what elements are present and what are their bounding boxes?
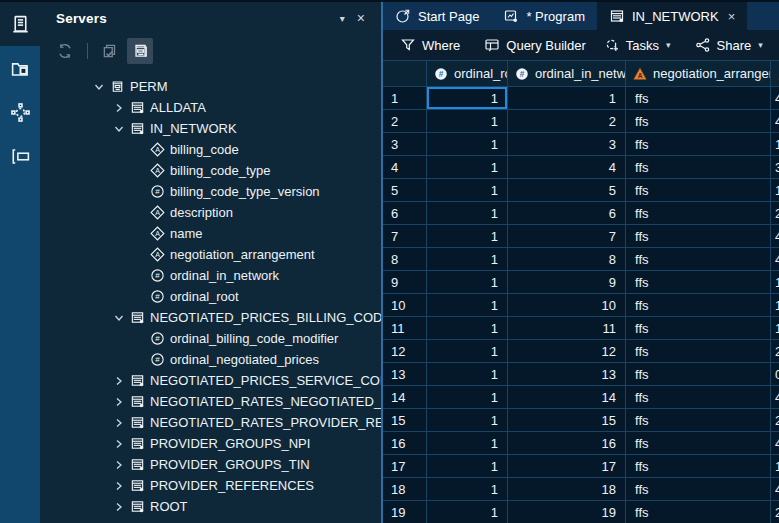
row-number-cell[interactable]: 7	[383, 225, 427, 248]
cell-ordinal-in-network[interactable]: 6	[508, 202, 626, 225]
cell-ordinal-in-network[interactable]: 15	[508, 409, 626, 432]
row-number-cell[interactable]: 15	[383, 409, 427, 432]
row-number-cell[interactable]: 12	[383, 340, 427, 363]
cell-negotiation-arrangement[interactable]: ffs	[626, 363, 771, 386]
tab-in-network[interactable]: IN_NETWORK×	[597, 2, 747, 30]
cell-ordinal-root[interactable]: 1	[427, 133, 508, 156]
cell-ordinal-root[interactable]: 1	[427, 225, 508, 248]
cell-ordinal-root[interactable]: 1	[427, 409, 508, 432]
row-number-cell[interactable]: 13	[383, 363, 427, 386]
cell-ordinal-root[interactable]: 1	[427, 110, 508, 133]
tab-close-icon[interactable]: ×	[728, 10, 736, 23]
tree-item-perm[interactable]: PERM	[40, 76, 381, 97]
rail-item-program[interactable]	[0, 134, 40, 178]
cell-ordinal-in-network[interactable]: 4	[508, 156, 626, 179]
cell-negotiation-arrangement[interactable]: ffs	[626, 317, 771, 340]
column-header-clipped[interactable]: A	[771, 61, 779, 87]
tab-start-page[interactable]: Start Page	[383, 2, 491, 30]
row-number-cell[interactable]: 8	[383, 248, 427, 271]
cell-ordinal-root[interactable]: 1	[427, 386, 508, 409]
tasks-button[interactable]: Tasks▾	[595, 33, 680, 57]
chevron-down-icon[interactable]	[110, 313, 127, 323]
tree-item-provider-groups-tin[interactable]: PROVIDER_GROUPS_TIN	[40, 454, 381, 475]
tree-item-alldata[interactable]: ALLDATA	[40, 97, 381, 118]
cell-negotiation-arrangement[interactable]: ffs	[626, 294, 771, 317]
cell-ordinal-root[interactable]: 1	[427, 179, 508, 202]
tree-item-negotiation-arrangement[interactable]: Anegotiation_arrangement	[40, 244, 381, 265]
column-header-negotiation-arrangement[interactable]: Anegotiation_arrangement	[626, 61, 771, 87]
tree-item-negotiated-prices-billing-code[interactable]: NEGOTIATED_PRICES_BILLING_CODE	[40, 307, 381, 328]
cell-negotiation-arrangement[interactable]: ffs	[626, 409, 771, 432]
cell-ordinal-in-network[interactable]: 7	[508, 225, 626, 248]
cell-negotiation-arrangement[interactable]: ffs	[626, 248, 771, 271]
cell-ordinal-in-network[interactable]: 11	[508, 317, 626, 340]
cell-negotiation-arrangement[interactable]: ffs	[626, 340, 771, 363]
tree-item-negotiated-prices-service-code[interactable]: NEGOTIATED_PRICES_SERVICE_CODE	[40, 370, 381, 391]
row-number-cell[interactable]: 14	[383, 386, 427, 409]
chevron-right-icon[interactable]	[110, 397, 127, 407]
cell-negotiation-arrangement[interactable]: ffs	[626, 455, 771, 478]
tree-item-provider-groups-npi[interactable]: PROVIDER_GROUPS_NPI	[40, 433, 381, 454]
tree-item-root[interactable]: ROOT	[40, 496, 381, 517]
tree-item-negotiated-rates-negotiated-pr[interactable]: NEGOTIATED_RATES_NEGOTIATED_PR	[40, 391, 381, 412]
chevron-right-icon[interactable]	[110, 418, 127, 428]
cell-ordinal-in-network[interactable]: 14	[508, 386, 626, 409]
row-number-cell[interactable]: 9	[383, 271, 427, 294]
row-number-cell[interactable]: 10	[383, 294, 427, 317]
chevron-right-icon[interactable]	[110, 460, 127, 470]
chevron-right-icon[interactable]	[110, 103, 127, 113]
tree-item-in-network[interactable]: IN_NETWORK	[40, 118, 381, 139]
cell-ordinal-in-network[interactable]: 8	[508, 248, 626, 271]
cell-ordinal-root[interactable]: 1	[427, 317, 508, 340]
tree-item-negotiated-rates-provider-refe[interactable]: NEGOTIATED_RATES_PROVIDER_REFE	[40, 412, 381, 433]
cell-ordinal-root[interactable]: 1	[427, 87, 508, 110]
cell-ordinal-root[interactable]: 1	[427, 271, 508, 294]
grid-corner-cell[interactable]	[383, 61, 427, 87]
row-number-cell[interactable]: 19	[383, 501, 427, 523]
row-number-cell[interactable]: 16	[383, 432, 427, 455]
cell-negotiation-arrangement[interactable]: ffs	[626, 432, 771, 455]
row-number-cell[interactable]: 3	[383, 133, 427, 156]
cell-ordinal-in-network[interactable]: 2	[508, 110, 626, 133]
cell-negotiation-arrangement[interactable]: ffs	[626, 133, 771, 156]
where-button[interactable]: Where	[391, 33, 469, 57]
tree-item-ordinal-billing-code-modifier[interactable]: #ordinal_billing_code_modifier	[40, 328, 381, 349]
tab-program[interactable]: * Program	[491, 2, 597, 30]
cell-ordinal-root[interactable]: 1	[427, 363, 508, 386]
panel-menu-caret-icon[interactable]: ▾	[332, 11, 353, 26]
row-number-cell[interactable]: 6	[383, 202, 427, 225]
cell-negotiation-arrangement[interactable]: ffs	[626, 110, 771, 133]
show-libraries-button[interactable]	[127, 38, 153, 64]
row-number-cell[interactable]: 5	[383, 179, 427, 202]
cell-negotiation-arrangement[interactable]: ffs	[626, 202, 771, 225]
cell-ordinal-root[interactable]: 1	[427, 478, 508, 501]
row-number-cell[interactable]: 11	[383, 317, 427, 340]
rail-item-servers[interactable]	[0, 2, 40, 46]
row-number-cell[interactable]: 4	[383, 156, 427, 179]
cell-ordinal-root[interactable]: 1	[427, 455, 508, 478]
cell-ordinal-in-network[interactable]: 19	[508, 501, 626, 523]
tree-item-billing-code-type-version[interactable]: #billing_code_type_version	[40, 181, 381, 202]
row-number-cell[interactable]: 1	[383, 87, 427, 110]
panel-close-icon[interactable]: ×	[353, 11, 369, 25]
cell-ordinal-root[interactable]: 1	[427, 156, 508, 179]
cell-negotiation-arrangement[interactable]: ffs	[626, 225, 771, 248]
cell-negotiation-arrangement[interactable]: ffs	[626, 386, 771, 409]
chevron-down-icon[interactable]	[110, 124, 127, 134]
cell-ordinal-in-network[interactable]: 12	[508, 340, 626, 363]
row-number-cell[interactable]: 17	[383, 455, 427, 478]
cell-negotiation-arrangement[interactable]: ffs	[626, 179, 771, 202]
cell-ordinal-root[interactable]: 1	[427, 340, 508, 363]
cell-ordinal-root[interactable]: 1	[427, 501, 508, 523]
cell-negotiation-arrangement[interactable]: ffs	[626, 271, 771, 294]
cell-negotiation-arrangement[interactable]: ffs	[626, 478, 771, 501]
cell-negotiation-arrangement[interactable]: ffs	[626, 501, 771, 523]
cell-ordinal-in-network[interactable]: 13	[508, 363, 626, 386]
rail-item-flows[interactable]	[0, 90, 40, 134]
chevron-right-icon[interactable]	[110, 502, 127, 512]
cell-ordinal-in-network[interactable]: 10	[508, 294, 626, 317]
cell-negotiation-arrangement[interactable]: ffs	[626, 87, 771, 110]
cell-ordinal-in-network[interactable]: 17	[508, 455, 626, 478]
cell-ordinal-in-network[interactable]: 5	[508, 179, 626, 202]
tree-item-billing-code-type[interactable]: Abilling_code_type	[40, 160, 381, 181]
